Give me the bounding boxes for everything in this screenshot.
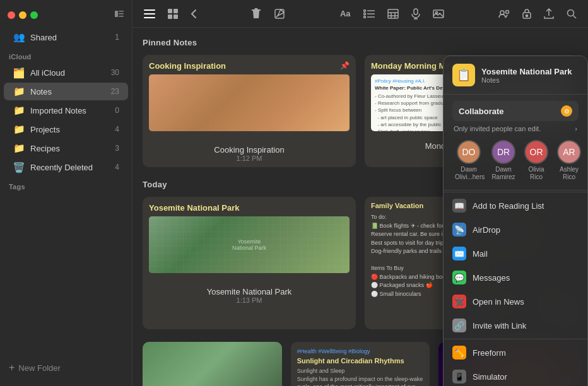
sidebar-projects-label: Projects xyxy=(30,125,110,134)
sidebar: 👥 Shared 1 iCloud 🗂️ All iCloud 30 📁 Not… xyxy=(0,0,132,386)
share-popup: 📋 Yosemite National Park Notes Collabora… xyxy=(443,56,588,386)
freeform-label: Freeform xyxy=(473,348,506,358)
collaborate-toolbar-button[interactable] xyxy=(496,7,512,21)
popup-note-title: Yosemite National Park xyxy=(481,67,579,76)
svg-rect-18 xyxy=(388,9,398,18)
note-card-cooking[interactable]: Cooking Inspiration 📌 Cooking Inspiratio… xyxy=(143,55,356,167)
popup-collaborate-section: Collaborate ⚙ Only invited people can ed… xyxy=(444,95,587,190)
messages-label: Messages xyxy=(473,273,510,283)
media-button[interactable] xyxy=(430,7,447,21)
sidebar-item-projects[interactable]: 📁 Projects 4 xyxy=(4,120,128,138)
news-icon: ✖️ xyxy=(452,295,466,308)
share-button[interactable] xyxy=(541,6,556,22)
sidebar-item-shared[interactable]: 👥 Shared 1 xyxy=(4,28,128,46)
menu-item-freeform[interactable]: ✏️ Freeform xyxy=(444,341,587,365)
compose-button[interactable] xyxy=(271,6,288,22)
new-folder-button[interactable]: + New Folder xyxy=(0,357,132,381)
svg-rect-3 xyxy=(119,16,124,17)
search-button[interactable] xyxy=(564,6,579,21)
collaborate-label: Collaborate xyxy=(459,107,504,116)
menu-item-simulator[interactable]: 📱 Simulator xyxy=(444,365,587,386)
avatar-olivia-rico: OR Olivia Rico xyxy=(524,140,548,181)
close-button[interactable] xyxy=(8,11,15,19)
sidebar-item-recipes[interactable]: 📁 Recipes 3 xyxy=(4,139,128,157)
yosemite-map-image: YosemiteNational Park xyxy=(149,216,350,273)
sidebar-tags-header: Tags xyxy=(0,177,132,193)
table-button[interactable] xyxy=(385,6,401,21)
note-card-places[interactable]: Places to hike xyxy=(143,342,282,386)
content-area: Pinned Notes Cooking Inspiration 📌 xyxy=(132,28,588,386)
svg-line-33 xyxy=(573,15,576,18)
menu-item-messages[interactable]: 💬 Messages xyxy=(444,266,587,290)
svg-rect-5 xyxy=(144,13,155,15)
traffic-lights xyxy=(8,11,38,19)
popup-divider-1 xyxy=(444,192,587,192)
list-view-button[interactable] xyxy=(141,7,158,21)
sidebar-projects-count: 4 xyxy=(115,125,119,134)
sidebar-icloud-header: iCloud xyxy=(0,47,132,63)
menu-item-reading-list[interactable]: 📖 Add to Reading List xyxy=(444,194,587,218)
menu-item-mail[interactable]: ✉️ Mail xyxy=(444,242,587,266)
places-image xyxy=(143,342,282,386)
svg-rect-8 xyxy=(173,9,178,13)
menu-item-invite-with-link[interactable]: 🔗 Invite with Link xyxy=(444,313,587,337)
svg-rect-2 xyxy=(119,13,124,15)
sidebar-recently-deleted-label: Recently Deleted xyxy=(30,163,110,172)
pinned-section-title: Pinned Notes xyxy=(143,38,578,47)
sidebar-notes-count: 23 xyxy=(111,87,119,96)
sidebar-item-all-icloud[interactable]: 🗂️ All iCloud 30 xyxy=(4,64,128,81)
minimize-button[interactable] xyxy=(19,11,26,19)
yosemite-footer: Yosemite National Park 1:13 PM xyxy=(143,283,356,309)
grid-view-button[interactable] xyxy=(165,6,180,21)
back-button[interactable] xyxy=(188,6,199,21)
lock-button[interactable] xyxy=(520,6,534,21)
sidebar-item-recently-deleted[interactable]: 🗑️ Recently Deleted 4 xyxy=(4,158,128,176)
news-label: Open in News xyxy=(473,297,524,307)
simulator-icon: 📱 xyxy=(452,370,466,383)
delete-button[interactable] xyxy=(249,6,264,22)
checklist-button[interactable] xyxy=(361,7,377,21)
cooking-card-title: Cooking Inspiration xyxy=(149,61,226,71)
maximize-button[interactable] xyxy=(30,11,38,19)
window-controls xyxy=(0,5,132,28)
sidebar-item-notes[interactable]: 📁 Notes 23 xyxy=(4,83,128,100)
sidebar-shared-count: 1 xyxy=(115,33,119,42)
map-label: YosemiteNational Park xyxy=(232,238,266,251)
trash-icon: 🗑️ xyxy=(13,161,25,173)
collaborate-icon: ⚙ xyxy=(561,105,572,117)
sidebar-recently-deleted-count: 4 xyxy=(115,163,119,172)
svg-rect-9 xyxy=(168,15,172,19)
svg-point-31 xyxy=(526,15,527,17)
invite-link-icon: 🔗 xyxy=(452,319,466,332)
sidebar-toggle-button[interactable] xyxy=(114,9,124,21)
cooking-time: 1:12 PM xyxy=(149,155,350,162)
menu-item-open-in-news[interactable]: ✖️ Open in News xyxy=(444,290,587,313)
imported-notes-icon: 📁 xyxy=(13,104,25,117)
svg-rect-10 xyxy=(173,15,178,19)
note-card-yosemite[interactable]: Yosemite National Park YosemiteNational … xyxy=(143,197,356,329)
collaborate-button[interactable]: Collaborate ⚙ xyxy=(452,101,579,121)
recipes-icon: 📁 xyxy=(13,142,25,155)
yosemite-card-title: Yosemite National Park xyxy=(149,203,240,213)
font-button[interactable]: Aa xyxy=(338,6,353,21)
menu-item-airdrop[interactable]: 📡 AirDrop xyxy=(444,218,587,242)
popup-header: 📋 Yosemite National Park Notes xyxy=(444,56,587,95)
note-card-sunlight[interactable]: #Health #WellBeing #Biology Sunlight and… xyxy=(291,342,430,386)
notes-folder-icon: 📁 xyxy=(13,85,25,98)
audio-button[interactable] xyxy=(409,6,423,22)
yosemite-time: 1:13 PM xyxy=(149,296,350,304)
svg-point-16 xyxy=(363,16,365,18)
svg-rect-0 xyxy=(115,11,118,17)
cooking-footer: Cooking Inspiration 1:12 PM xyxy=(143,141,356,167)
mail-icon: ✉️ xyxy=(452,247,466,260)
svg-point-29 xyxy=(505,10,509,13)
main-area: Aa xyxy=(132,0,588,386)
popup-note-info: Yosemite National Park Notes xyxy=(481,67,579,84)
cooking-pin-icon: 📌 xyxy=(340,61,350,70)
all-icloud-icon: 🗂️ xyxy=(13,66,25,79)
airdrop-label: AirDrop xyxy=(473,225,500,235)
sidebar-item-imported-notes[interactable]: 📁 Imported Notes 0 xyxy=(4,102,128,119)
svg-point-32 xyxy=(567,9,573,16)
messages-icon: 💬 xyxy=(452,271,466,284)
popup-note-subtitle: Notes xyxy=(481,76,579,84)
